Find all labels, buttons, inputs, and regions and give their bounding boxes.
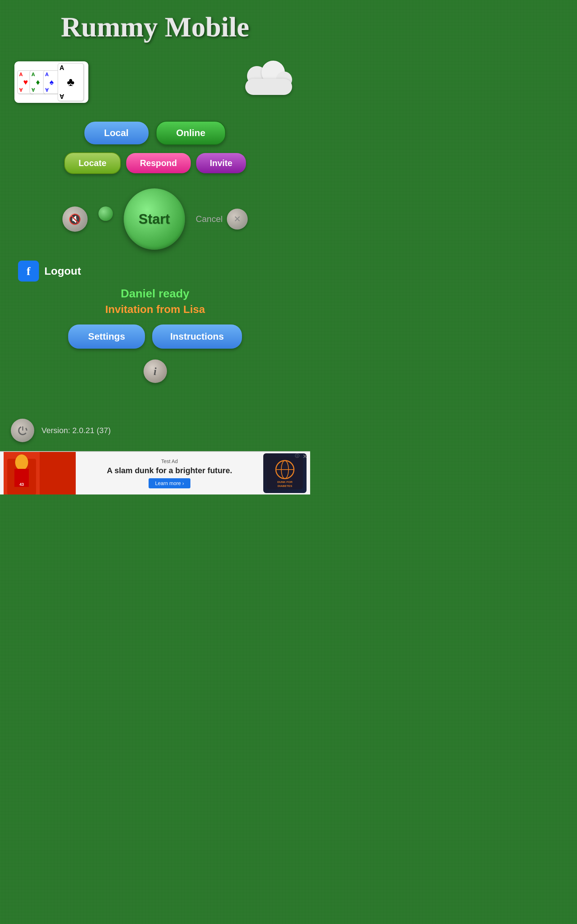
locate-button[interactable]: Locate	[64, 152, 121, 174]
mute-icon: 🔇	[69, 213, 81, 225]
logout-label[interactable]: Logout	[44, 265, 81, 277]
player-ready-status: Daniel ready	[121, 287, 189, 300]
online-button[interactable]: Online	[156, 121, 226, 145]
ad-logo-svg: DUNK FOR DIABETES	[267, 457, 303, 489]
local-button[interactable]: Local	[84, 122, 148, 144]
card-label: A	[60, 65, 64, 71]
ad-info-button[interactable]: ⓘ	[295, 453, 299, 459]
invitation-text: Invitation from Lisa	[105, 303, 205, 315]
bottom-area: Version: 2.0.21 (37) 43	[0, 410, 310, 494]
ad-close-button[interactable]: ✕	[303, 453, 307, 460]
settings-instructions: Settings Instructions	[68, 325, 242, 349]
mute-button[interactable]: 🔇	[62, 207, 88, 232]
player-dot	[98, 207, 113, 221]
card-label: A	[19, 72, 23, 77]
ad-logo: DUNK FOR DIABETES	[263, 453, 306, 493]
svg-text:DUNK FOR: DUNK FOR	[277, 480, 292, 484]
cancel-button[interactable]: ✕	[227, 208, 248, 229]
main-content: Rummy Mobile A ♥ A A ♦ A A ♠ A	[0, 0, 310, 494]
card-suit: ♣	[60, 76, 82, 89]
card-label: A	[31, 72, 35, 77]
cancel-x-icon: ✕	[234, 214, 241, 224]
power-version-row: Version: 2.0.21 (37)	[0, 410, 310, 451]
start-button[interactable]: Start	[124, 188, 185, 250]
cancel-area: Cancel ✕	[196, 208, 248, 229]
svg-text:DIABETES: DIABETES	[278, 485, 292, 488]
ad-test-label: Test Ad	[161, 459, 178, 464]
svg-text:43: 43	[19, 482, 24, 486]
fb-logout-row: f Logout	[18, 261, 81, 281]
card-label-bot: A	[19, 87, 23, 92]
ad-content: Test Ad A slam dunk for a brighter futur…	[76, 459, 263, 488]
svg-rect-1	[22, 426, 23, 431]
svg-point-5	[15, 454, 28, 470]
card-4: A ♣ A	[58, 63, 84, 101]
card-suit: ♦	[31, 78, 44, 87]
cloud-body	[245, 79, 292, 95]
respond-button[interactable]: Respond	[126, 153, 191, 173]
ad-image-svg: 43	[3, 452, 76, 494]
cloud-decoration	[242, 69, 296, 95]
cards-display: A ♥ A A ♦ A A ♠ A A ♣ A	[15, 61, 89, 103]
ad-learn-more-button[interactable]: Learn more ›	[148, 478, 190, 488]
card-label: A	[45, 72, 49, 77]
info-icon: i	[154, 365, 156, 378]
card-label-bot: A	[31, 87, 35, 92]
power-button[interactable]	[11, 419, 34, 442]
instructions-button[interactable]: Instructions	[152, 325, 242, 349]
start-area: 🔇 Start Cancel ✕	[0, 188, 310, 250]
card-label-bot: A	[60, 93, 64, 100]
info-button[interactable]: i	[143, 360, 167, 383]
cancel-label: Cancel	[196, 214, 223, 224]
version-text: Version: 2.0.21 (37)	[42, 426, 111, 435]
ad-banner-wrapper: 43 Test Ad A slam dunk for a brighter fu…	[0, 451, 310, 494]
card-suit: ♠	[45, 78, 58, 87]
ad-banner: 43 Test Ad A slam dunk for a brighter fu…	[0, 451, 310, 494]
power-icon	[17, 425, 28, 436]
app-title: Rummy Mobile	[0, 11, 310, 43]
cards-cloud-row: A ♥ A A ♦ A A ♠ A A ♣ A	[0, 61, 310, 103]
sub-buttons: Locate Respond Invite	[64, 152, 246, 174]
card-label-bot: A	[45, 87, 49, 92]
settings-button[interactable]: Settings	[68, 325, 145, 349]
facebook-icon: f	[18, 261, 39, 281]
mode-buttons: Local Online	[84, 121, 226, 145]
ad-image: 43	[3, 452, 76, 494]
ad-main-text: A slam dunk for a brighter future.	[107, 466, 232, 475]
invite-button[interactable]: Invite	[196, 153, 246, 173]
